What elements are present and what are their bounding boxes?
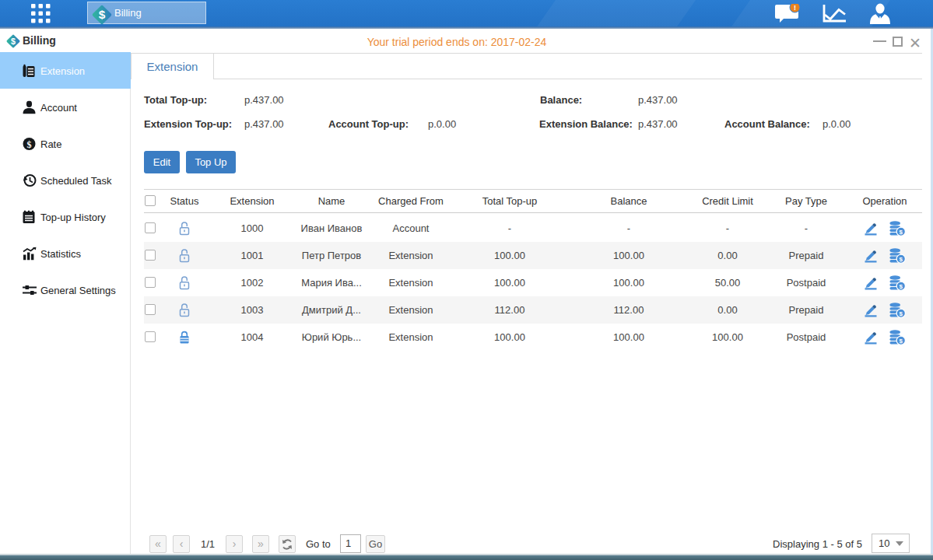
svg-text:$: $ bbox=[900, 228, 903, 235]
svg-text:$: $ bbox=[900, 255, 903, 262]
svg-text:$: $ bbox=[900, 337, 903, 344]
svg-text:$: $ bbox=[11, 37, 16, 46]
svg-text:!: ! bbox=[794, 4, 796, 12]
svg-text:$: $ bbox=[99, 8, 106, 21]
svg-text:$: $ bbox=[900, 310, 903, 317]
svg-text:$: $ bbox=[27, 138, 32, 149]
svg-text:$: $ bbox=[900, 282, 903, 289]
